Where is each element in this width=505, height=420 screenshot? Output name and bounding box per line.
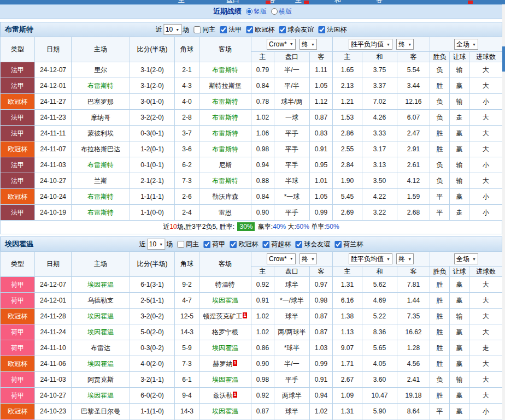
corner-cell: 4-3 [175,78,199,94]
chevron-down-icon: ▼ [290,257,293,261]
score-cell: 3-2(1-1) [130,372,175,388]
title-bar: 近期战绩 竖版 横版 [0,4,505,19]
goals-result-cell: 小 [469,94,503,110]
scope-select[interactable]: 全场▼ [454,253,478,264]
asian-handicap-line: *一/球半 [274,293,310,309]
away-team-cell: 特温特 [199,277,251,293]
clipped-red-block [468,1,473,4]
scrollbar[interactable] [502,4,505,420]
asian-term-select[interactable]: 终▼ [300,253,317,264]
home-team-cell: 阿贾克斯 [72,372,130,388]
filter-label[interactable]: 同主 [186,240,199,249]
winloss-result-cell: 胜 [430,309,450,324]
vertical-layout-label[interactable]: 竖版 [254,7,267,16]
scope-select[interactable]: 全场▼ [454,39,478,50]
filter-label[interactable]: 欧冠杯 [255,25,274,34]
filter-label[interactable]: 球会友谊 [287,25,314,34]
home-team-cell: 布雷斯特 [72,205,130,221]
result-scope-group: 全场▼ [430,37,503,52]
match-row: 法甲24-10-27兰斯2-1(2-1)7-3布雷斯特0.88半球1.011.9… [1,173,503,189]
euro-home-odds: 1.13 [333,324,362,340]
corner-cell: 7-3 [175,173,199,189]
corner-cell: 6-1 [175,372,199,388]
filter-label[interactable]: 法国杯 [327,25,347,34]
euro-away-odds: 6.07 [397,110,430,126]
handicap-result-cell: 赢 [450,78,469,94]
filter-label[interactable]: 荷超杯 [271,240,291,249]
recent-count-select[interactable]: 10▼ [163,24,181,35]
team-link: 布雷斯特 [212,114,238,121]
filter-label[interactable]: 同主 [202,25,215,34]
asian-term-select[interactable]: 终▼ [300,39,317,50]
filter-checkbox-荷兰杯[interactable] [334,241,342,248]
games-label: 场 [166,240,173,249]
asian-home-odds: 0.92 [251,388,274,404]
horizontal-layout-radio[interactable] [271,8,278,15]
score-cell: 3-1(2-0) [130,78,175,94]
euro-term-select[interactable]: 终▼ [396,39,414,50]
filter-label[interactable]: 荷兰杯 [343,240,363,249]
asian-away-odds: 0.87 [310,324,333,340]
euro-draw-odds: 5.62 [362,277,397,293]
horizontal-layout-label[interactable]: 横版 [279,7,292,16]
home-team-cell: 布拉格斯巴达 [72,141,130,157]
league-type-cell: 欧冠杯 [1,356,35,372]
filter-label[interactable]: 欧冠杯 [238,240,258,249]
filter-label[interactable]: 法甲 [228,25,242,34]
filter-checkbox-荷甲[interactable] [203,241,210,248]
recent-count-select[interactable]: 10▼ [147,239,165,250]
filter-checkbox-同主[interactable] [177,241,184,248]
filter-label[interactable]: 荷甲 [212,240,225,249]
euro-away-odds: 19.18 [397,388,430,404]
asian-away-odds: 0.99 [310,205,333,221]
filter-checkbox-球会友谊[interactable] [295,241,302,248]
filter-checkbox-欧冠杯[interactable] [230,241,237,248]
clipped-column-label: 主 [295,0,302,4]
euro-home-odds: 1.71 [333,356,362,372]
asian-home-col: 主 [251,52,274,62]
euro-avg-select[interactable]: 胜平负均值▼ [349,39,392,50]
vertical-layout-radio[interactable] [246,8,252,15]
filter-checkbox-法甲[interactable] [220,26,227,33]
filter-label[interactable]: 球会友谊 [304,240,330,249]
team-link: 布雷斯特 [212,66,238,74]
asian-away-odds: 0.83 [310,126,333,141]
bookmaker-select[interactable]: Crow*▼ [267,39,296,50]
team-name: 埃因霍温 [5,239,33,249]
match-row: 欧冠杯24-11-28埃因霍温3-2(0-2)12-5顿涅茨克矿工11.02球半… [1,309,503,324]
red-card-badge: 1 [243,312,246,318]
bookmaker-select[interactable]: Crow*▼ [267,253,296,264]
euro-term-select[interactable]: 终▼ [396,253,414,264]
team-link: 埃因霍温 [87,281,114,288]
asian-line-col: 盘口 [274,267,310,277]
goals-result-cell: 大 [469,324,503,340]
col-home: 主场 [72,252,130,277]
corner-cell: 14-3 [175,404,199,419]
team-link: 布雷斯特 [212,129,238,137]
euro-away-odds: 1.59 [397,189,430,205]
euro-avg-select[interactable]: 胜平负均值▼ [349,253,392,264]
euro-home-odds: 2.67 [333,372,362,388]
asian-home-odds: 0.98 [251,141,274,157]
corner-cell: 3-6 [175,141,199,157]
team-link: 蒙彼利埃 [87,129,114,137]
euro-home-odds: 2.13 [333,78,362,94]
filter-checkbox-荷超杯[interactable] [262,241,269,248]
filter-checkbox-法国杯[interactable] [318,26,325,33]
asian-handicap-line: 平手 [274,141,310,157]
home-team-cell: 里尔 [72,62,130,78]
near-label: 近 [139,240,146,249]
euro-away-odds: 12.16 [397,94,430,110]
asian-home-odds: 0.90 [251,356,274,372]
euro-draw-odds: 5.65 [362,340,397,356]
euro-draw-odds: 3.33 [362,126,397,141]
asian-home-odds: 0.91 [251,293,274,309]
team-link: 巴塞罗那 [87,98,114,105]
league-type-cell: 法甲 [1,173,35,189]
scrollbar-thumb[interactable] [502,46,505,72]
filter-checkbox-欧冠杯[interactable] [246,26,253,33]
filter-checkbox-球会友谊[interactable] [279,26,286,33]
winloss-result-cell: 胜 [430,324,450,340]
filter-checkbox-同主[interactable] [193,26,201,33]
corner-cell: 2-4 [175,205,199,221]
